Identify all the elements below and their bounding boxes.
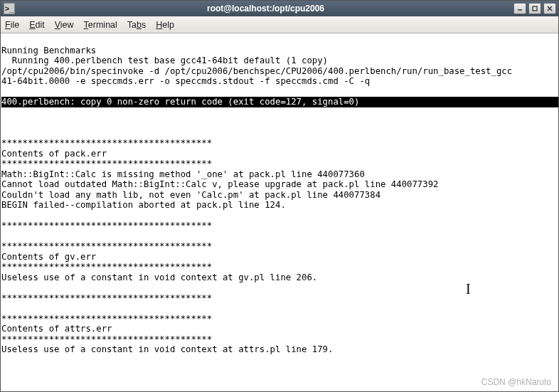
terminal-icon: >_: [4, 3, 15, 14]
output-line: Running 400.perlbench test base gcc41-64…: [1, 55, 328, 65]
minimize-button[interactable]: [513, 3, 526, 14]
window-title: root@localhost:/opt/cpu2006: [18, 4, 513, 14]
maximize-button[interactable]: [528, 3, 541, 14]
output-line: ****************************************: [1, 138, 212, 148]
output-line: ****************************************: [1, 334, 212, 344]
output-line: Contents of attrs.err: [1, 324, 112, 334]
output-line: Couldn't load any math lib, not even 'Ca…: [1, 190, 380, 200]
terminal-window: >_ root@localhost:/opt/cpu2006 File Edit…: [0, 0, 559, 392]
output-line: Useless use of a constant in void contex…: [1, 344, 333, 354]
output-line: Contents of gv.err: [1, 252, 96, 262]
menu-view[interactable]: View: [55, 20, 74, 30]
window-buttons: [513, 3, 556, 14]
output-line: Contents of pack.err: [1, 149, 107, 159]
close-button[interactable]: [543, 3, 556, 14]
menu-file[interactable]: File: [5, 20, 19, 30]
output-line: ****************************************: [1, 221, 212, 231]
menubar: File Edit View Terminal Tabs Help: [1, 16, 558, 33]
output-line: Cannot load outdated Math::BigInt::Calc …: [1, 179, 438, 189]
menu-terminal[interactable]: Terminal: [84, 20, 117, 30]
output-line: ****************************************: [1, 293, 212, 303]
output-line: BEGIN failed--compilation aborted at pac…: [1, 200, 286, 210]
output-line: Running Benchmarks: [1, 46, 96, 55]
output-line: Useless use of a constant in void contex…: [1, 272, 317, 282]
output-line: ****************************************: [1, 314, 212, 324]
terminal-output[interactable]: Running Benchmarks Running 400.perlbench…: [1, 33, 558, 391]
watermark: CSDN @hkNaruto: [481, 377, 551, 388]
svg-rect-1: [533, 6, 537, 11]
menu-edit[interactable]: Edit: [29, 20, 45, 30]
menu-tabs[interactable]: Tabs: [127, 20, 146, 30]
output-line: ****************************************: [1, 262, 212, 272]
output-line: 41-64bit.0000 -e speccmds.err -o speccmd…: [1, 76, 370, 86]
text-cursor-icon: I: [466, 284, 471, 295]
menu-help[interactable]: Help: [156, 20, 174, 30]
error-line: 400.perlbench: copy 0 non-zero return co…: [1, 97, 558, 107]
output-line: Math::BigInt::Calc is missing method '_o…: [1, 169, 365, 179]
titlebar[interactable]: >_ root@localhost:/opt/cpu2006: [1, 1, 558, 16]
output-line: ****************************************: [1, 241, 212, 251]
output-line: /opt/cpu2006/bin/specinvoke -d /opt/cpu2…: [1, 66, 512, 76]
output-line: ****************************************: [1, 159, 212, 169]
